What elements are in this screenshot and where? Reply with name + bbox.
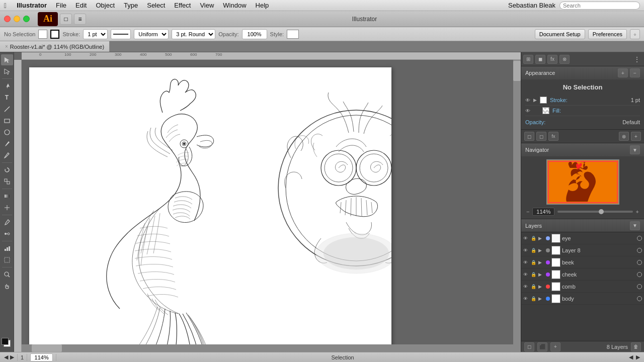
navigator-zoom-slider[interactable] <box>557 211 632 213</box>
line-tool[interactable] <box>1 104 13 115</box>
zoom-in-icon[interactable]: + <box>636 209 639 215</box>
type-tool[interactable]: T <box>1 92 13 103</box>
layer-lock-icon-body[interactable]: 🔒 <box>531 296 537 301</box>
appearance-link-icon[interactable]: ◻ <box>524 132 534 141</box>
stroke-swatch[interactable] <box>50 30 59 39</box>
selection-tool[interactable] <box>1 54 13 65</box>
zoom-value-field[interactable]: 114% <box>30 353 53 361</box>
layers-panel-header[interactable]: Layers ▼ <box>521 219 644 232</box>
layer-eye-icon-beek[interactable]: 👁 <box>523 260 529 265</box>
apple-menu-icon[interactable]:  <box>4 2 7 10</box>
panel-tools-icon[interactable]: ⊞ <box>523 55 533 64</box>
layer-row-comb[interactable]: 👁 🔒 ▶ comb <box>521 281 644 293</box>
document-tab[interactable]: × Rooster-v1.ai* @ 114% (RGB/Outline) <box>0 41 110 52</box>
layer-target-eye[interactable] <box>637 236 642 241</box>
layer-row-eye[interactable]: 👁 🔒 ▶ eye <box>521 232 644 244</box>
navigator-thumbnail[interactable] <box>546 159 619 205</box>
canvas-area[interactable]: 0 100 200 300 400 500 600 700 <box>14 52 521 352</box>
layer-row-layer8[interactable]: 👁 🔒 ▶ Layer 8 <box>521 244 644 256</box>
opacity-field[interactable]: 100% <box>242 29 267 39</box>
gradient-tool[interactable] <box>1 191 13 202</box>
layer-lock-icon-comb[interactable]: 🔒 <box>531 284 537 289</box>
stroke-color-swatch[interactable] <box>540 97 547 104</box>
panel-actions-icon[interactable]: fx <box>547 55 557 64</box>
navigator-panel-header[interactable]: Navigator ▼ <box>521 143 644 156</box>
pencil-tool[interactable] <box>1 150 13 161</box>
stroke-visibility-icon[interactable]: 👁 <box>525 98 530 103</box>
panel-color-icon[interactable]: ◼ <box>535 55 545 64</box>
status-nav-left-icon[interactable]: ◀ <box>629 354 633 360</box>
layer-row-body[interactable]: 👁 🔒 ▶ body <box>521 293 644 305</box>
layer-lock-icon-cheek[interactable]: 🔒 <box>531 272 537 277</box>
status-nav-right-icon[interactable]: ▶ <box>636 354 640 360</box>
fill-stroke-swatches[interactable] <box>2 338 13 349</box>
stroke-dash-select[interactable] <box>111 29 131 39</box>
layers-new-layer-icon[interactable]: + <box>550 342 560 351</box>
layer-lock-icon-beek[interactable]: 🔒 <box>531 260 537 265</box>
panel-menu-icon[interactable]: ⋮ <box>632 55 642 64</box>
layer-target-body[interactable] <box>637 296 642 301</box>
layer-target-cheek[interactable] <box>637 272 642 277</box>
maximize-window-button[interactable] <box>23 16 30 22</box>
status-prev-icon[interactable]: ◀ <box>4 354 8 360</box>
tab-close-icon[interactable]: × <box>5 44 8 49</box>
layer-eye-icon-body[interactable]: 👁 <box>523 296 529 301</box>
navigator-zoom-value[interactable]: 114% <box>532 208 554 216</box>
layers-delete-icon[interactable]: 🗑 <box>631 342 641 351</box>
layer-row-beek[interactable]: 👁 🔒 ▶ beek <box>521 256 644 268</box>
menu-type[interactable]: Type <box>120 1 142 10</box>
menu-select[interactable]: Select <box>143 1 169 10</box>
menu-file[interactable]: File <box>52 1 70 10</box>
layer-lock-icon-eye[interactable]: 🔒 <box>531 236 537 241</box>
menu-effect[interactable]: Effect <box>170 1 195 10</box>
menu-view[interactable]: View <box>196 1 218 10</box>
blend-tool[interactable] <box>1 228 13 239</box>
panel-toggle-btn[interactable]: ≡ <box>74 14 86 25</box>
layer-target-beek[interactable] <box>637 260 642 265</box>
layer-expand-icon-layer8[interactable]: ▶ <box>538 248 544 253</box>
artboard-tool[interactable] <box>1 254 13 265</box>
fill-swatch[interactable] <box>38 30 47 39</box>
close-window-button[interactable] <box>4 16 11 22</box>
fill-visibility-icon[interactable]: 👁 <box>525 108 530 114</box>
rotate-tool[interactable] <box>1 164 13 175</box>
minimize-window-button[interactable] <box>14 16 20 22</box>
appearance-panel-header[interactable]: Appearance + − <box>521 66 644 79</box>
stroke-width-select[interactable]: 1 pt <box>83 29 108 39</box>
layer-expand-icon-beek[interactable]: ▶ <box>538 260 544 265</box>
appearance-delete2-icon[interactable]: ⊗ <box>619 132 629 141</box>
paintbrush-tool[interactable] <box>1 138 13 149</box>
layer-target-comb[interactable] <box>637 284 642 289</box>
layer-target-layer8[interactable] <box>637 248 642 253</box>
appearance-delete-icon[interactable]: − <box>630 68 640 77</box>
style-swatch[interactable] <box>287 30 299 39</box>
menu-edit[interactable]: Edit <box>71 1 91 10</box>
preferences-button[interactable]: Preferences <box>588 29 627 39</box>
fill-color-swatch[interactable] <box>542 107 549 114</box>
eyedropper-tool[interactable] <box>1 217 13 228</box>
layer-eye-icon-eye[interactable]: 👁 <box>523 236 529 241</box>
menu-help[interactable]: Help <box>252 1 273 10</box>
panel-close-icon[interactable]: ⊗ <box>559 55 570 64</box>
zoom-tool[interactable] <box>1 269 13 280</box>
layer-eye-icon-layer8[interactable]: 👁 <box>523 248 529 253</box>
direct-selection-tool[interactable] <box>1 66 13 77</box>
appearance-thumb-icon[interactable]: ◻ <box>536 132 546 141</box>
layers-template-icon[interactable]: ⬛ <box>537 342 547 351</box>
layer-expand-icon-comb[interactable]: ▶ <box>538 284 544 289</box>
column-graph-tool[interactable] <box>1 243 13 254</box>
doc-setup-icon-btn[interactable]: □ <box>60 14 72 25</box>
layer-expand-icon-body[interactable]: ▶ <box>538 296 544 301</box>
layer-lock-icon-layer8[interactable]: 🔒 <box>531 248 537 253</box>
mesh-tool[interactable] <box>1 202 13 213</box>
layers-page-icon[interactable]: ◻ <box>524 342 534 351</box>
appearance-fx-icon[interactable]: fx <box>548 132 558 141</box>
ellipse-tool[interactable] <box>1 127 13 138</box>
menu-object[interactable]: Object <box>92 1 119 10</box>
navigator-zoom-thumb[interactable] <box>599 209 604 214</box>
zoom-out-icon[interactable]: − <box>526 209 529 215</box>
layer-eye-icon-comb[interactable]: 👁 <box>523 284 529 289</box>
search-input[interactable] <box>559 2 640 10</box>
navigator-options-icon[interactable]: ▼ <box>630 145 640 154</box>
menu-illustrator[interactable]: Illustrator <box>13 1 51 10</box>
